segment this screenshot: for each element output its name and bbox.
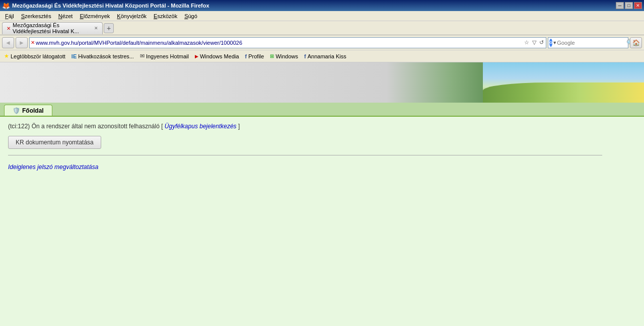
kr-document-print-button[interactable]: KR dokumentum nyomtatása [8, 136, 101, 149]
bookmark-label: Windows Media [200, 53, 239, 59]
bookmark-star-icon: ★ [4, 53, 9, 59]
menu-edit[interactable]: Szerkesztés [18, 12, 54, 20]
change-password-link[interactable]: Ideiglenes jelszó megváltoztatása [8, 164, 98, 171]
menu-help[interactable]: Súgó [181, 12, 200, 20]
bookmark-label: Hivatkozások testres... [78, 53, 134, 59]
back-button[interactable]: ◄ [2, 37, 14, 48]
address-favicon: ✕ [31, 40, 35, 45]
section-divider [8, 155, 602, 155]
fooldal-tab-icon: 🛡️ [13, 107, 20, 114]
navbar: ◄ ► ✕ ☆ ▽ ↺ G ▼ 🔍 🏠 [0, 35, 644, 50]
search-container: G ▼ 🔍 [548, 37, 628, 48]
banner-field [483, 83, 644, 103]
firefox-icon: 🦊 [2, 2, 10, 10]
user-info-text: (tci:122) Ön a rendszer által nem azonos… [8, 123, 160, 130]
titlebar-controls[interactable]: ─ □ ✕ [616, 2, 642, 9]
bookmark-label: Profile [248, 53, 264, 59]
bookmark-references[interactable]: IE Hivatkozások testres... [69, 52, 136, 60]
maximize-button[interactable]: □ [625, 2, 633, 9]
tab-favicon: ✕ [7, 26, 11, 31]
menu-file[interactable]: Fájl [2, 12, 17, 20]
forward-button[interactable]: ► [16, 37, 28, 48]
tabbar: ✕ Mezőgazdasági És Vidékfejlesztési Hiva… [0, 21, 644, 35]
bookmark-windows-media[interactable]: ▶ Windows Media [193, 52, 241, 60]
bookmark-label: Windows [275, 53, 298, 59]
login-link[interactable]: Ügyfélkapus bejelentkezés [165, 123, 237, 130]
tab-close-button[interactable]: ✕ [94, 26, 98, 31]
titlebar-title-area: 🦊 Mezőgazdasági És Vidékfejlesztési Hiva… [2, 2, 209, 10]
bookmark-hotmail-icon: ✉ [140, 53, 145, 59]
header-banner [0, 62, 644, 103]
star-button[interactable]: ☆ [523, 39, 530, 46]
titlebar: 🦊 Mezőgazdasági És Vidékfejlesztési Hiva… [0, 0, 644, 11]
bookmark-fb-annamaria-icon: f [304, 53, 306, 59]
address-bar-container: ✕ ☆ ▽ ↺ [29, 37, 546, 48]
search-input[interactable] [557, 40, 626, 46]
content-wrapper: 🛡️ Főoldal (tci:122) Ön a rendszer által… [0, 62, 644, 326]
home-button[interactable]: 🏠 [630, 37, 642, 48]
bookmark-profile[interactable]: f Profile [243, 52, 266, 60]
close-button[interactable]: ✕ [634, 2, 642, 9]
menu-view[interactable]: Nézet [55, 12, 76, 20]
menubar: Fájl Szerkesztés Nézet Előzmények Könyvj… [0, 11, 644, 21]
tab-label: Mezőgazdasági És Vidékfejlesztési Hivata… [13, 22, 90, 34]
star2-button[interactable]: ▽ [531, 39, 537, 46]
bookmark-windows-icon: ⊞ [270, 53, 274, 59]
bookmark-windows[interactable]: ⊞ Windows [268, 52, 300, 60]
fooldal-tab-label: Főoldal [22, 107, 44, 114]
minimize-button[interactable]: ─ [616, 2, 624, 9]
bookmark-most-visited[interactable]: ★ Legtöbbször látogatott [2, 52, 67, 60]
bookmarks-bar: ★ Legtöbbször látogatott IE Hivatkozások… [0, 50, 644, 62]
new-tab-button[interactable]: + [104, 23, 114, 33]
menu-tools[interactable]: Eszközök [151, 12, 180, 20]
page-nav-tabs: 🛡️ Főoldal [0, 103, 644, 117]
address-bar[interactable] [36, 40, 522, 46]
bookmark-media-icon: ▶ [195, 54, 198, 59]
bookmark-label: Annamaria Kiss [308, 53, 346, 59]
refresh-button[interactable]: ↺ [538, 39, 545, 46]
login-bracket-open: [ [161, 123, 165, 130]
bookmark-ie-icon: IE [71, 53, 77, 59]
bookmark-label: Ingyenes Hotmail [146, 53, 189, 59]
bookmark-hotmail[interactable]: ✉ Ingyenes Hotmail [138, 52, 191, 60]
search-engine-dropdown[interactable]: ▼ [552, 40, 557, 45]
bookmark-fb-profile-icon: f [245, 53, 247, 59]
fooldal-tab[interactable]: 🛡️ Főoldal [4, 105, 52, 116]
menu-bookmarks[interactable]: Könyvjelzők [114, 12, 150, 20]
bookmark-annamaria[interactable]: f Annamaria Kiss [302, 52, 348, 60]
browser-tab-active[interactable]: ✕ Mezőgazdasági És Vidékfejlesztési Hiva… [2, 22, 103, 34]
user-info-bar: (tci:122) Ön a rendszer által nem azonos… [8, 123, 636, 130]
main-content: (tci:122) Ön a rendszer által nem azonos… [0, 117, 644, 326]
bookmark-label: Legtöbbször látogatott [11, 53, 65, 59]
window-title: Mezőgazdasági És Vidékfejlesztési Hivata… [12, 3, 209, 9]
login-bracket-close: ] [237, 123, 240, 130]
menu-history[interactable]: Előzmények [77, 12, 113, 20]
